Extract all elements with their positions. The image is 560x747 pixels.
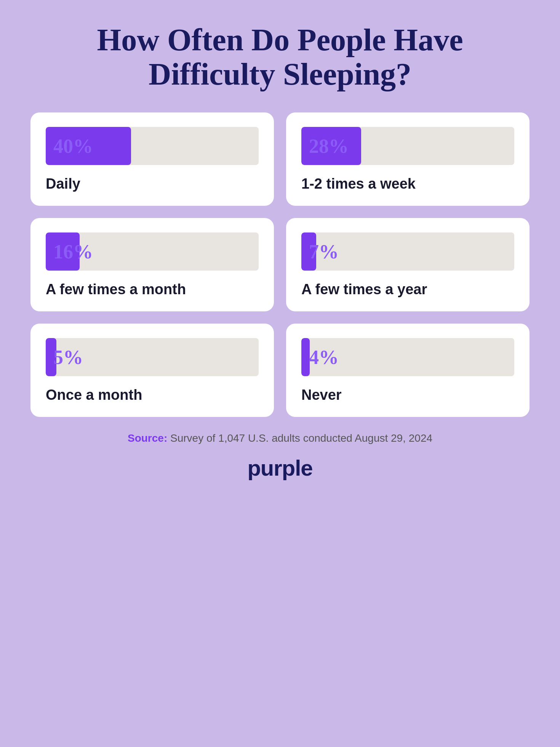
bar-1-2-week: 28% — [301, 127, 514, 165]
card-1-2-week: 28% 1-2 times a week — [286, 112, 530, 206]
bar-never: 4% — [301, 338, 514, 376]
stats-grid: 40% Daily 28% 1-2 times a week 16% A few… — [30, 112, 530, 417]
percent-once-month: 5% — [46, 346, 83, 369]
bar-few-year: 7% — [301, 232, 514, 271]
percent-daily: 40% — [46, 135, 93, 157]
percent-1-2-week: 28% — [301, 135, 349, 157]
percent-never: 4% — [301, 346, 339, 369]
label-once-month: Once a month — [46, 387, 259, 403]
label-1-2-week: 1-2 times a week — [301, 176, 514, 192]
source-text: Survey of 1,047 U.S. adults conducted Au… — [167, 432, 432, 444]
source-label: Source: — [128, 432, 167, 444]
source-line: Source: Survey of 1,047 U.S. adults cond… — [128, 432, 432, 444]
percent-few-month: 16% — [46, 240, 93, 263]
bar-once-month: 5% — [46, 338, 259, 376]
label-daily: Daily — [46, 176, 259, 192]
label-few-year: A few times a year — [301, 281, 514, 298]
card-once-month: 5% Once a month — [30, 324, 274, 417]
bar-daily: 40% — [46, 127, 259, 165]
bar-few-month: 16% — [46, 232, 259, 271]
brand-name: purple — [247, 455, 312, 481]
card-never: 4% Never — [286, 324, 530, 417]
card-few-month: 16% A few times a month — [30, 218, 274, 311]
label-never: Never — [301, 387, 514, 403]
label-few-month: A few times a month — [46, 281, 259, 298]
card-daily: 40% Daily — [30, 112, 274, 206]
card-few-year: 7% A few times a year — [286, 218, 530, 311]
page-title: How Often Do People Have Difficulty Slee… — [30, 23, 530, 91]
percent-few-year: 7% — [301, 240, 339, 263]
